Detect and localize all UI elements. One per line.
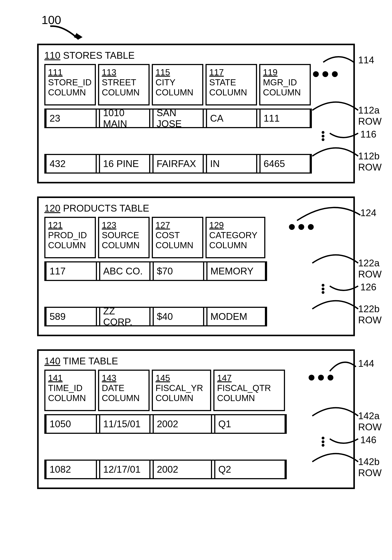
time-row-b: 1082 12/17/01 2002 Q2 [44,460,287,479]
ellipsis-icon: ●●● [321,436,325,447]
products-row-a-ref: 122a ROW [358,258,382,280]
table-cell: 1082 [45,461,97,478]
table-cell: IN [206,155,257,172]
products-col-prod-id: 121 PROD_ID COLUMN [44,217,96,258]
table-cell: 2002 [153,461,212,478]
table-cell: 1050 [45,415,97,433]
table-cell: 2002 [153,415,212,433]
table-cell: FAIRFAX [152,155,204,172]
stores-gap-row [44,131,348,151]
ellipsis-icon: ●●● [321,283,325,294]
stores-row-a: 23 1010 MAIN SAN JOSE CA 111 [44,109,312,128]
table-cell: $70 [153,262,204,280]
products-rows-ellipsis-ref: 126 [360,282,376,293]
stores-col-mgr-id: 119 MGR_ID COLUMN [259,64,311,105]
products-row-a: 117 ABC CO. $70 MEMORY [44,261,267,281]
table-cell: 117 [45,262,97,280]
diagram-canvas: 100 110 STORES TABLE 111 STORE_ID COLUMN… [0,0,392,560]
time-row-b-ref: 142b ROW [358,456,382,478]
time-cols-ellipsis-ref: 144 [358,358,374,369]
products-col-category: 129 CATEGORY COLUMN [205,217,265,258]
table-cell: 12/17/01 [99,461,151,478]
time-title: 140 TIME TABLE [44,356,348,367]
table-cell: 6465 [260,155,311,172]
time-col-time-id: 141 TIME_ID COLUMN [44,370,96,411]
table-cell: CA [206,110,257,127]
stores-col-street: 113 STREET COLUMN [98,64,150,105]
table-cell: $40 [153,308,204,325]
time-col-fiscal-qtr: 147 FISCAL_QTR COLUMN [213,370,285,411]
table-cell: Q2 [214,461,286,478]
time-header-row: 141 TIME_ID COLUMN 143 DATE COLUMN 145 F… [44,370,348,411]
stores-col-store-id: 111 STORE_ID COLUMN [44,64,96,105]
table-cell: 23 [45,110,97,127]
time-col-fiscal-yr: 145 FISCAL_YR COLUMN [152,370,211,411]
table-cell: 111 [260,110,311,127]
products-cols-ellipsis-ref: 124 [360,207,376,219]
table-cell: ZZ CORP. [99,308,151,325]
table-cell: 589 [45,308,97,325]
products-col-cost: 127 COST COLUMN [152,217,203,258]
ellipsis-icon: ●●● [321,130,325,141]
stores-row-b-ref: 112b ROW [358,151,382,173]
table-cell: Q1 [214,415,286,433]
stores-row-a-ref: 112a ROW [358,105,382,127]
products-row-b-ref: 122b ROW [358,303,382,326]
stores-title: 110 STORES TABLE [44,50,348,61]
time-row-a: 1050 11/15/01 2002 Q1 [44,414,287,434]
stores-cols-ellipsis-ref: 114 [358,55,374,66]
table-cell: 432 [45,155,97,172]
stores-table-block: 110 STORES TABLE 111 STORE_ID COLUMN 113… [37,44,355,183]
table-cell: 1010 MAIN [99,110,150,127]
stores-row-b: 432 16 PINE FAIRFAX IN 6465 [44,154,312,174]
products-col-source: 123 SOURCE COLUMN [98,217,150,258]
time-rows-ellipsis-ref: 146 [360,434,376,446]
time-table-block: 140 TIME TABLE 141 TIME_ID COLUMN 143 DA… [37,349,355,489]
stores-header-row: 111 STORE_ID COLUMN 113 STREET COLUMN 11… [44,64,348,105]
table-cell: 11/15/01 [99,415,151,433]
table-cell: ABC CO. [99,262,151,280]
stores-col-city: 115 CITY COLUMN [152,64,203,105]
time-col-date: 143 DATE COLUMN [98,370,150,411]
products-gap-row [44,284,348,304]
time-gap-row [44,437,348,457]
table-cell: MEMORY [206,262,266,280]
table-cell: SAN JOSE [152,110,204,127]
stores-col-state: 117 STATE COLUMN [205,64,257,105]
table-cell: 16 PINE [99,155,150,172]
products-row-b: 589 ZZ CORP. $40 MODEM [44,307,267,326]
table-cell: MODEM [206,308,266,325]
time-row-a-ref: 142a ROW [358,410,382,432]
stores-rows-ellipsis-ref: 116 [360,129,376,140]
callout-curve [295,202,369,228]
